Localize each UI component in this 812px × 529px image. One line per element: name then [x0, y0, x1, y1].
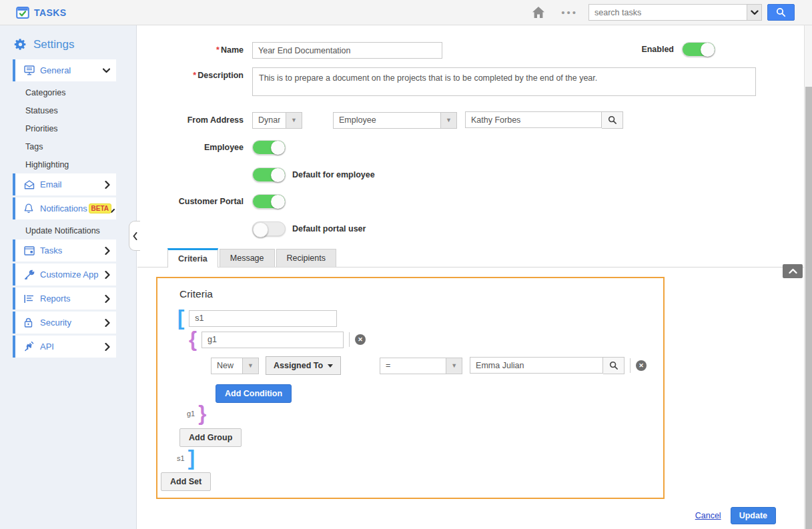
lookup-search-icon[interactable]: [602, 111, 623, 129]
employee-toggle[interactable]: [252, 140, 286, 155]
sidebar: Settings General Categories Statuses Pri…: [0, 25, 137, 529]
tab-recipients[interactable]: Recipients: [276, 249, 336, 267]
search-input[interactable]: [588, 4, 747, 21]
from-address-type-select[interactable]: ▼: [252, 112, 302, 129]
tab-bar: Criteria Message Recipients: [137, 248, 804, 268]
employee-label: Employee: [137, 143, 252, 152]
description-label: *Description: [137, 67, 252, 80]
name-row: *Name Enabled: [137, 42, 804, 59]
description-field[interactable]: [252, 67, 756, 96]
sidebar-collapse-handle[interactable]: [129, 221, 140, 251]
plug-icon: [24, 342, 35, 352]
vertical-scrollbar[interactable]: [804, 25, 812, 529]
sidebar-item-categories[interactable]: Categories: [0, 83, 136, 101]
sidebar-item-notifications[interactable]: Notifications BETA: [13, 197, 116, 219]
dropdown-arrow-icon[interactable]: ▼: [441, 112, 457, 129]
enabled-label: Enabled: [641, 45, 674, 54]
search-dropdown-button[interactable]: [747, 4, 762, 21]
delete-group-icon[interactable]: ✕: [355, 334, 366, 345]
description-row: *Description: [137, 67, 804, 96]
add-condition-button[interactable]: Add Condition: [216, 384, 292, 403]
report-lines-icon: [24, 294, 35, 304]
gear-icon: [13, 37, 27, 51]
chevron-right-icon: [105, 295, 110, 303]
topbar: TASKS •••: [0, 0, 812, 25]
customer-portal-label: Customer Portal: [137, 197, 252, 206]
form-footer: Cancel Update: [695, 507, 776, 524]
sidebar-item-customize-app[interactable]: Customize App: [13, 263, 116, 286]
group-open-brace: {: [189, 331, 197, 348]
dropdown-arrow-icon[interactable]: ▼: [446, 358, 462, 374]
sidebar-item-highlighting[interactable]: Highlighting: [0, 155, 136, 173]
sidebar-item-api[interactable]: API: [13, 336, 116, 358]
settings-title: Settings: [33, 38, 74, 51]
tab-criteria[interactable]: Criteria: [167, 248, 218, 268]
add-group-button[interactable]: Add Group: [179, 428, 242, 447]
default-portal-user-toggle[interactable]: [252, 221, 286, 236]
add-set-button[interactable]: Add Set: [161, 472, 211, 491]
sidebar-item-email[interactable]: Email: [13, 173, 116, 195]
name-label: *Name: [137, 42, 252, 55]
scrollbar-thumb[interactable]: [805, 87, 812, 529]
group-name-field[interactable]: [201, 332, 344, 348]
condition-operator-select[interactable]: ▼: [380, 358, 462, 374]
from-address-source-select[interactable]: ▼: [333, 112, 457, 129]
customer-portal-toggle[interactable]: [252, 194, 286, 209]
wrench-icon: [24, 270, 35, 280]
tab-message[interactable]: Message: [220, 249, 275, 267]
main-content: *Name Enabled *Description From Address …: [137, 25, 804, 529]
enabled-toggle[interactable]: [682, 42, 715, 57]
sidebar-item-general[interactable]: General: [13, 59, 116, 81]
chevron-right-icon: [105, 271, 110, 279]
set-close-label: s1: [177, 454, 185, 462]
chevron-right-icon: [105, 181, 110, 189]
scroll-to-top-button[interactable]: [783, 264, 803, 278]
name-field[interactable]: [252, 42, 442, 59]
sidebar-item-reports[interactable]: Reports: [13, 288, 116, 310]
default-portal-user-row: Default portal user: [137, 221, 804, 236]
caret-down-icon: [328, 364, 333, 368]
sidebar-item-security[interactable]: Security: [13, 312, 116, 334]
condition-field-button[interactable]: Assigned To: [266, 356, 341, 375]
set-close-bracket: ]: [188, 450, 195, 467]
criteria-panel: Criteria [ { ✕ ▼ Assigned To: [156, 277, 665, 499]
settings-header: Settings: [0, 25, 136, 59]
app-logo[interactable]: TASKS: [0, 6, 66, 19]
chevron-right-icon: [105, 343, 110, 351]
sidebar-item-update-notifications[interactable]: Update Notifications: [0, 221, 136, 239]
group-open-row: { ✕: [189, 331, 663, 348]
divider: [630, 358, 631, 373]
default-for-employee-label: Default for employee: [292, 170, 375, 179]
sidebar-item-statuses[interactable]: Statuses: [0, 101, 136, 119]
criteria-title: Criteria: [179, 288, 663, 300]
sidebar-item-tags[interactable]: Tags: [0, 137, 136, 155]
default-for-employee-row: Default for employee: [137, 167, 804, 182]
lookup-search-icon[interactable]: [603, 357, 625, 374]
set-open-bracket: [: [177, 310, 184, 327]
group-close-label: g1: [187, 410, 195, 418]
update-button[interactable]: Update: [731, 507, 776, 524]
delete-condition-icon[interactable]: ✕: [636, 360, 647, 371]
dropdown-arrow-icon[interactable]: ▼: [286, 112, 302, 129]
search-button[interactable]: [767, 4, 795, 21]
more-menu-icon[interactable]: •••: [561, 7, 578, 18]
sidebar-item-priorities[interactable]: Priorities: [0, 119, 136, 137]
home-icon[interactable]: [532, 6, 545, 19]
set-name-field[interactable]: [189, 310, 337, 327]
employee-row: Employee: [137, 140, 804, 155]
beta-badge: BETA: [89, 203, 111, 213]
default-for-employee-toggle[interactable]: [252, 167, 286, 182]
condition-connector-select[interactable]: ▼: [211, 358, 259, 374]
cancel-link[interactable]: Cancel: [695, 511, 721, 520]
condition-value-lookup[interactable]: [470, 357, 625, 374]
from-address-person-lookup[interactable]: [465, 111, 623, 129]
lock-icon: [24, 318, 35, 328]
set-open-row: [: [177, 310, 663, 327]
sidebar-item-tasks[interactable]: Tasks: [13, 239, 116, 261]
group-close-row: g1 }: [187, 405, 663, 422]
from-address-label: From Address: [137, 115, 252, 125]
task-window-icon: [24, 246, 35, 255]
tasks-logo-icon: [16, 6, 29, 19]
app-title: TASKS: [34, 7, 66, 18]
dropdown-arrow-icon[interactable]: ▼: [243, 358, 259, 374]
